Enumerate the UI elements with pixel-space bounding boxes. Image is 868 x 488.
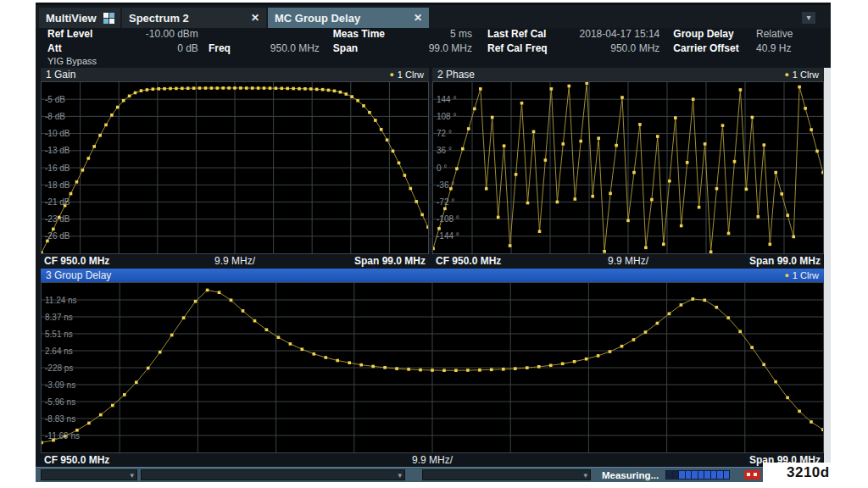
tab-overflow-dropdown[interactable]: ▾	[802, 12, 815, 24]
ref-level-label: Ref Level	[47, 28, 119, 40]
svg-text:-16 dB: -16 dB	[45, 164, 70, 173]
measurement-header: Ref Level -10.00 dBm Meas Time 5 ms Last…	[36, 26, 831, 68]
gain-x-axis: CF 950.0 MHz 9.9 MHz/ Span 99.0 MHz	[41, 254, 429, 268]
tab-multiview-label: MultiView	[46, 12, 97, 25]
tab-spectrum-2-label: Spectrum 2	[129, 12, 189, 25]
span-value[interactable]: 99.0 MHz	[401, 42, 472, 54]
freq-value[interactable]: 950.0 MHz	[245, 42, 320, 54]
svg-text:-72 °: -72 °	[437, 197, 454, 207]
svg-text:-10 dB: -10 dB	[45, 129, 70, 138]
svg-text:36 °: 36 °	[437, 146, 452, 155]
phase-plot[interactable]: 144 °108 °72 °36 °0 °-36 °-72 °-108 °-14…	[433, 82, 823, 253]
svg-text:-8 dB: -8 dB	[45, 112, 65, 121]
phase-panel-title: 2 Phase	[437, 69, 475, 80]
last-ref-cal-value: 2018-04-17 15:14	[564, 28, 659, 40]
trace-color-icon: ●	[784, 71, 788, 79]
tab-multiview[interactable]: MultiView	[39, 8, 120, 28]
svg-text:144 °: 144 °	[437, 95, 456, 104]
tab-mc-group-delay[interactable]: MC Group Delay ✕	[268, 8, 429, 28]
tab-spectrum-2[interactable]: Spectrum 2 ✕	[122, 8, 266, 28]
svg-text:-21 dB: -21 dB	[45, 197, 70, 207]
freq-label: Freq	[209, 42, 245, 54]
analyzer-window: MultiView Spectrum 2 ✕ MC Group Delay ✕ …	[36, 3, 831, 481]
gain-trace-legend[interactable]: ● 1 Clrw	[389, 69, 424, 80]
svg-text:0 °: 0 °	[437, 164, 447, 173]
status-bar: ▾ ▾ ▾ Measuring...	[36, 467, 831, 482]
group-delay-perdiv-label: 9.9 MHz/	[41, 454, 824, 466]
gain-plot-area[interactable]: -5 dB-8 dB-10 dB-13 dB-16 dB-18 dB-21 dB…	[41, 81, 429, 254]
last-ref-cal-label: Last Ref Cal	[487, 28, 564, 40]
phase-x-axis: CF 950.0 MHz 9.9 MHz/ Span 99.0 MHz	[432, 254, 824, 268]
status-dropdown-3[interactable]: ▾	[422, 469, 591, 480]
ref-cal-freq-value: 950.0 MHz	[564, 42, 659, 54]
chevron-down-icon: ▾	[130, 470, 134, 480]
status-dropdown-1[interactable]: ▾	[41, 469, 137, 480]
svg-text:-18 dB: -18 dB	[45, 180, 70, 190]
tab-bar: MultiView Spectrum 2 ✕ MC Group Delay ✕ …	[36, 3, 831, 28]
chevron-down-icon: ▾	[806, 13, 810, 22]
carrier-offset-label: Carrier Offset	[673, 42, 756, 54]
gain-panel-title: 1 Gain	[46, 69, 75, 80]
meas-time-label: Meas Time	[333, 28, 401, 40]
att-value[interactable]: 0 dB	[119, 42, 198, 54]
group-delay-label: Group Delay	[673, 28, 756, 40]
svg-text:11.24 ns: 11.24 ns	[45, 296, 77, 305]
svg-text:2.64 ns: 2.64 ns	[45, 347, 73, 356]
svg-text:-8.83 ns: -8.83 ns	[45, 414, 75, 424]
trace-color-icon: ●	[389, 71, 393, 79]
svg-text:-228 ps: -228 ps	[45, 363, 73, 373]
svg-text:108 °: 108 °	[437, 112, 456, 121]
chevron-down-icon: ▾	[583, 470, 587, 480]
trace-color-icon: ●	[784, 272, 788, 280]
figure-code: 3210d	[787, 464, 830, 481]
carrier-offset-value: 40.9 Hz	[756, 42, 831, 54]
svg-text:-26 dB: -26 dB	[45, 231, 70, 241]
page-corner: 3210d	[763, 463, 868, 488]
phase-span-label[interactable]: Span 99.0 MHz	[749, 255, 821, 267]
svg-text:-13 dB: -13 dB	[45, 146, 70, 155]
window-scrollbar[interactable]	[824, 68, 831, 465]
status-alert-icon[interactable]	[744, 470, 760, 480]
svg-text:-5.96 ns: -5.96 ns	[45, 397, 75, 407]
phase-trace-legend[interactable]: ● 1 Clrw	[784, 69, 819, 80]
phase-plot-area[interactable]: 144 °108 °72 °36 °0 °-36 °-72 °-108 °-14…	[432, 81, 824, 254]
att-label: Att	[47, 42, 119, 54]
svg-text:8.37 ns: 8.37 ns	[45, 313, 73, 322]
svg-text:-5 dB: -5 dB	[45, 95, 65, 104]
gain-trace-label: 1 Clrw	[398, 69, 424, 80]
group-delay-value[interactable]: Relative	[756, 28, 831, 40]
group-delay-plot-area[interactable]: 11.24 ns8.37 ns5.51 ns2.64 ns-228 ps-3.0…	[41, 282, 824, 453]
ref-cal-freq-label: Ref Cal Freq	[487, 42, 564, 54]
svg-text:-108 °: -108 °	[437, 214, 459, 224]
meas-time-value[interactable]: 5 ms	[401, 28, 472, 40]
close-icon[interactable]: ✕	[251, 12, 259, 24]
span-label: Span	[333, 42, 401, 54]
group-delay-trace-legend[interactable]: ● 1 Clrw	[784, 270, 819, 280]
svg-text:-3.09 ns: -3.09 ns	[45, 380, 75, 390]
svg-text:72 °: 72 °	[437, 129, 452, 138]
delay-plot[interactable]: 11.24 ns8.37 ns5.51 ns2.64 ns-228 ps-3.0…	[42, 283, 823, 452]
status-dropdown-2[interactable]: ▾	[141, 469, 405, 480]
yig-bypass-note: YIG Bypass	[47, 55, 831, 68]
group-delay-panel-title: 3 Group Delay	[46, 269, 111, 281]
chevron-down-icon: ▾	[398, 470, 402, 480]
svg-text:-144 °: -144 °	[437, 231, 459, 241]
phase-trace-label: 1 Clrw	[793, 69, 819, 80]
group-delay-trace-label: 1 Clrw	[793, 270, 819, 280]
gain-plot[interactable]: -5 dB-8 dB-10 dB-13 dB-16 dB-18 dB-21 dB…	[42, 82, 428, 253]
group-delay-x-axis: CF 950.0 MHz 9.9 MHz/ Span 99.0 MHz	[41, 453, 824, 465]
header-row-2: Att 0 dB Freq 950.0 MHz Span 99.0 MHz Re…	[36, 41, 831, 55]
close-icon[interactable]: ✕	[414, 12, 422, 24]
phase-panel-header[interactable]: 2 Phase ● 1 Clrw	[432, 68, 824, 81]
ref-level-value[interactable]: -10.00 dBm	[119, 28, 198, 40]
group-delay-panel-header[interactable]: 3 Group Delay ● 1 Clrw	[41, 269, 824, 282]
measurement-progress-bar	[665, 470, 730, 480]
svg-text:-36 °: -36 °	[437, 180, 454, 190]
tab-mc-group-delay-label: MC Group Delay	[275, 12, 360, 25]
measuring-status-label: Measuring...	[602, 470, 659, 480]
gain-span-label[interactable]: Span 99.0 MHz	[354, 255, 426, 267]
svg-text:-11.69 ns: -11.69 ns	[45, 431, 80, 441]
gain-panel-header[interactable]: 1 Gain ● 1 Clrw	[41, 68, 429, 81]
svg-text:-23 dB: -23 dB	[45, 214, 70, 224]
svg-text:5.51 ns: 5.51 ns	[45, 330, 73, 339]
